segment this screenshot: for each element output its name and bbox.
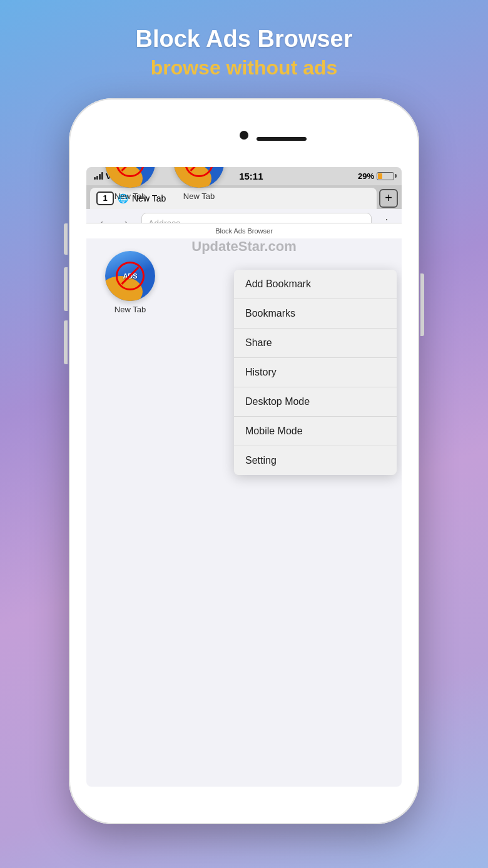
setting-label: Setting <box>245 455 277 466</box>
ads-inner-2: ADS <box>105 167 155 188</box>
battery-icon <box>377 172 394 180</box>
volume-down-button <box>64 320 68 364</box>
bookmarks-label: Bookmarks <box>245 308 295 319</box>
menu-item-history[interactable]: History <box>234 358 397 387</box>
app-icon-bottom-left[interactable]: ADS New Tab <box>105 167 155 201</box>
signal-bar-3 <box>99 174 101 180</box>
ads-inner-1: ADS <box>105 251 155 301</box>
menu-item-share[interactable]: Share <box>234 329 397 358</box>
main-title: Block Ads Browser <box>135 25 352 54</box>
share-label: Share <box>245 337 272 348</box>
phone-screen: Viettel 📶 15:11 29% 1 🌐 New Tab + ‹ › <box>86 167 402 787</box>
app-label-1: New Tab <box>114 305 146 314</box>
desktop-mode-label: Desktop Mode <box>245 396 310 407</box>
no-ads-circle-1: ADS <box>116 262 145 290</box>
ads-inner-3: ADS <box>174 167 224 188</box>
status-right: 29% <box>358 171 394 181</box>
bottom-icons-row: ADS New Tab ADS <box>105 167 224 201</box>
battery-percent: 29% <box>358 171 374 181</box>
battery-fill <box>378 173 382 179</box>
menu-item-mobile-mode[interactable]: Mobile Mode <box>234 417 397 446</box>
header-section: Block Ads Browser browse without ads <box>135 0 352 79</box>
signal-bars <box>94 172 103 180</box>
signal-bar-1 <box>94 177 96 180</box>
phone-mockup: Viettel 📶 15:11 29% 1 🌐 New Tab + ‹ › <box>69 98 419 824</box>
menu-item-add-bookmark[interactable]: Add Bookmark <box>234 270 397 299</box>
menu-item-bookmarks[interactable]: Bookmarks <box>234 299 397 329</box>
new-tab-button[interactable]: + <box>379 189 398 208</box>
app-icon-top-left[interactable]: ADS New Tab <box>105 251 155 314</box>
ads-icon-1: ADS <box>105 251 155 301</box>
no-ads-circle-2: ADS <box>116 167 145 177</box>
menu-item-setting[interactable]: Setting <box>234 446 397 475</box>
sub-title: browse without ads <box>135 56 352 79</box>
status-time: 15:11 <box>239 171 263 181</box>
menu-item-desktop-mode[interactable]: Desktop Mode <box>234 387 397 417</box>
signal-bar-4 <box>101 172 103 180</box>
app-icon-bottom-right[interactable]: ADS New Tab <box>174 167 224 201</box>
bottom-bar: Block Ads Browser <box>86 223 402 238</box>
ads-icon-3: ADS <box>174 167 224 188</box>
volume-up-button <box>64 267 68 311</box>
app-label-3: New Tab <box>183 191 215 201</box>
camera-dot <box>240 131 248 140</box>
ads-icon-2: ADS <box>105 167 155 188</box>
speaker-bar <box>257 137 307 141</box>
mobile-mode-label: Mobile Mode <box>245 426 303 436</box>
app-label-2: New Tab <box>114 191 146 201</box>
bottom-bar-label: Block Ads Browser <box>215 227 273 235</box>
signal-bar-2 <box>96 176 98 180</box>
volume-mute-button <box>64 223 68 255</box>
add-bookmark-label: Add Bookmark <box>245 278 311 289</box>
dropdown-menu: Add Bookmark Bookmarks Share History Des… <box>234 270 397 475</box>
ads-text-1: ADS <box>123 272 137 280</box>
power-button <box>420 273 424 336</box>
history-label: History <box>245 367 277 377</box>
no-ads-circle-3: ADS <box>185 167 213 177</box>
